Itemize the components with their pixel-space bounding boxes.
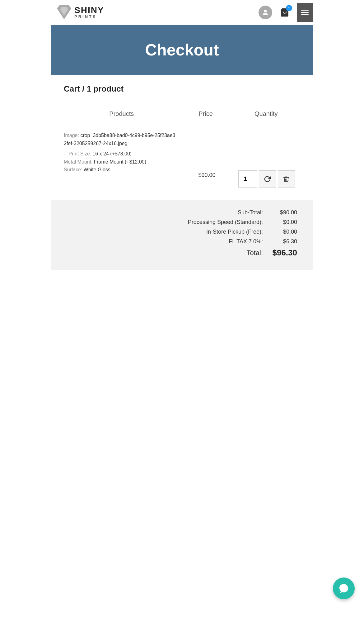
logo-prints: PRINTS xyxy=(74,15,104,19)
divider-2 xyxy=(64,122,300,122)
svg-point-3 xyxy=(264,10,267,12)
cart-title: Cart / 1 product xyxy=(64,84,300,94)
print-size-label: Print Size: xyxy=(68,150,91,158)
refresh-button[interactable] xyxy=(259,170,276,188)
column-price: Price xyxy=(180,110,232,117)
hero-banner: Checkout xyxy=(51,25,313,75)
logo[interactable]: SHINY PRINTS xyxy=(56,4,104,21)
cart-badge: 1 xyxy=(286,5,292,11)
processing-value: $0.00 xyxy=(269,219,297,226)
image-value: crop_3db5ba88-bad0-4c99-b95e-25f23ae32fe… xyxy=(64,133,175,146)
item-price: $90.00 xyxy=(181,131,233,178)
quantity-controls xyxy=(233,131,300,188)
refresh-icon xyxy=(264,176,271,183)
user-icon-button[interactable] xyxy=(259,6,272,19)
print-size-line: - Print Size: 16 x 24 (+$78.00) xyxy=(64,150,178,158)
metal-mount-label: Metal Mount: xyxy=(64,158,92,166)
surface-line: Surface: White Gloss xyxy=(64,166,178,174)
column-quantity: Quantity xyxy=(232,110,300,117)
pickup-label: In-Store Pickup (Free): xyxy=(206,229,263,235)
subtotal-row: Sub-Total: $90.00 xyxy=(67,209,297,216)
metal-mount-line: Metal Mount: Frame Mount (+$12.00) xyxy=(64,158,178,166)
total-row: Total: $96.30 xyxy=(67,248,297,258)
table-row: Image: crop_3db5ba88-bad0-4c99-b95e-25f2… xyxy=(51,125,313,194)
divider-1 xyxy=(64,102,300,102)
subtotal-value: $90.00 xyxy=(269,209,297,216)
total-label: Total: xyxy=(246,249,263,257)
print-size-value: 16 x 24 (+$78.00) xyxy=(92,150,132,158)
summary-section: Sub-Total: $90.00 Processing Speed (Stan… xyxy=(51,200,313,270)
tax-value: $6.30 xyxy=(269,238,297,245)
trash-icon xyxy=(283,176,290,183)
header: SHINY PRINTS 1 xyxy=(51,0,313,25)
header-icons: 1 xyxy=(259,3,308,22)
tax-row: FL TAX 7.0%: $6.30 xyxy=(67,238,297,245)
logo-text: SHINY PRINTS xyxy=(74,6,104,19)
page-title: Checkout xyxy=(58,40,306,59)
user-icon xyxy=(261,8,269,17)
processing-row: Processing Speed (Standard): $0.00 xyxy=(67,219,297,226)
dash: - xyxy=(64,150,65,158)
surface-label: Surface: xyxy=(64,166,82,174)
image-label: Image: xyxy=(64,133,79,138)
delete-button[interactable] xyxy=(278,170,295,188)
quantity-input[interactable] xyxy=(238,170,257,188)
hamburger-line-3 xyxy=(301,14,309,15)
hamburger-button[interactable] xyxy=(297,3,313,22)
product-details: Image: crop_3db5ba88-bad0-4c99-b95e-25f2… xyxy=(64,131,181,174)
surface-value: White Gloss xyxy=(84,166,110,174)
logo-shiny: SHINY xyxy=(74,6,104,15)
image-line: Image: crop_3db5ba88-bad0-4c99-b95e-25f2… xyxy=(64,131,178,147)
metal-mount-value: Frame Mount (+$12.00) xyxy=(94,158,146,166)
cart-title-section: Cart / 1 product xyxy=(51,75,313,97)
total-value: $96.30 xyxy=(269,248,297,258)
column-products: Products xyxy=(64,110,180,117)
pickup-row: In-Store Pickup (Free): $0.00 xyxy=(67,229,297,235)
cart-button[interactable]: 1 xyxy=(278,6,292,19)
tax-label: FL TAX 7.0%: xyxy=(229,238,263,245)
hamburger-line-1 xyxy=(301,10,309,11)
logo-icon xyxy=(56,4,72,21)
hamburger-line-2 xyxy=(301,12,309,13)
pickup-value: $0.00 xyxy=(269,229,297,235)
subtotal-label: Sub-Total: xyxy=(238,209,263,216)
processing-label: Processing Speed (Standard): xyxy=(188,219,263,226)
cart-table-header: Products Price Quantity xyxy=(51,107,313,121)
